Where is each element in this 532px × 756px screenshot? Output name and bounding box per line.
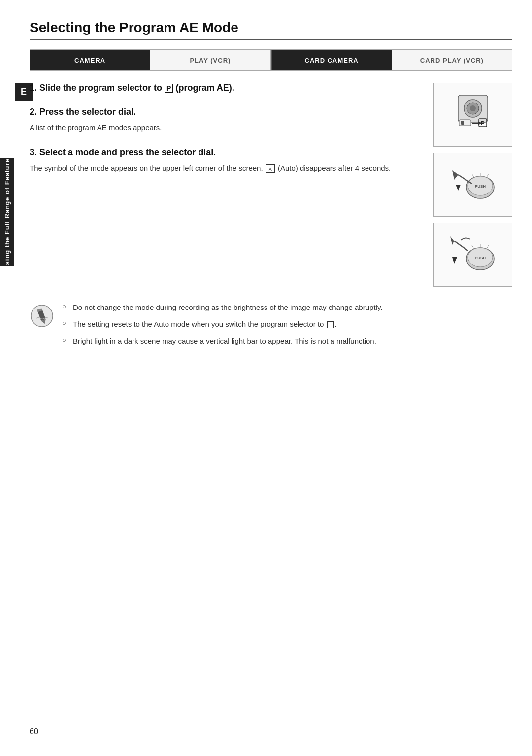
step-3: 3. Select a mode and press the selector … <box>30 147 424 174</box>
svg-line-21 <box>472 245 474 249</box>
step-1: 1. Slide the program selector to P (prog… <box>30 83 424 93</box>
mode-tabs-bar: CAMERA PLAY (VCR) CARD CAMERA CARD PLAY … <box>30 49 512 71</box>
svg-marker-16 <box>452 170 458 180</box>
svg-marker-18 <box>456 185 461 191</box>
notes-icon-svg <box>30 304 54 328</box>
content-area: 1. Slide the program selector to P (prog… <box>30 83 512 287</box>
svg-line-17 <box>458 175 472 184</box>
svg-text:PUSH: PUSH <box>475 184 486 189</box>
illustrations: P PUSH <box>433 83 512 287</box>
tab-play-vcr[interactable]: PLAY (VCR) <box>150 50 270 70</box>
illustration-2-svg: PUSH <box>443 160 502 209</box>
notes-list: Do not change the mode during recording … <box>62 302 382 352</box>
step-1-heading: 1. Slide the program selector to P (prog… <box>30 83 424 93</box>
illustration-3-svg: PUSH <box>443 230 502 279</box>
note-3: Bright light in a dark scene may cause a… <box>62 335 382 347</box>
svg-rect-5 <box>461 121 464 125</box>
illustration-1: P <box>433 83 512 147</box>
svg-line-23 <box>487 245 489 249</box>
svg-text:PUSH: PUSH <box>475 256 486 260</box>
illustration-1-svg: P <box>443 90 502 139</box>
svg-line-26 <box>454 241 468 251</box>
tab-card-play-vcr[interactable]: CARD PLAY (VCR) <box>392 50 512 70</box>
svg-line-14 <box>487 174 489 177</box>
tab-camera[interactable]: CAMERA <box>30 50 150 70</box>
auto-box-icon <box>327 321 334 328</box>
svg-marker-27 <box>452 257 457 264</box>
svg-line-12 <box>472 174 474 177</box>
page-number: 60 <box>30 727 38 736</box>
step-2-heading: 2. Press the selector dial. <box>30 107 424 117</box>
svg-marker-25 <box>450 236 454 245</box>
notes-section: Do not change the mode during recording … <box>30 302 512 352</box>
step-3-heading: 3. Select a mode and press the selector … <box>30 147 424 158</box>
svg-point-3 <box>470 105 476 111</box>
text-area: 1. Slide the program selector to P (prog… <box>30 83 424 287</box>
sidebar-label: Using the Full Range of Features <box>3 154 11 270</box>
step-2-body: A list of the program AE modes appears. <box>30 122 424 134</box>
illustration-3: PUSH <box>433 223 512 287</box>
note-1: Do not change the mode during recording … <box>62 302 382 313</box>
svg-rect-4 <box>459 120 471 126</box>
auto-icon: A <box>266 164 275 173</box>
sidebar-tab: Using the Full Range of Features <box>0 158 14 266</box>
note-2: The setting resets to the Auto mode when… <box>62 318 382 330</box>
step-3-body: The symbol of the mode appears on the up… <box>30 163 424 174</box>
main-content: Selecting the Program AE Mode CAMERA PLA… <box>30 20 512 726</box>
step-2: 2. Press the selector dial. A list of th… <box>30 107 424 134</box>
page-title: Selecting the Program AE Mode <box>30 20 512 40</box>
illustration-2: PUSH <box>433 153 512 217</box>
tab-card-camera[interactable]: CARD CAMERA <box>272 50 392 70</box>
